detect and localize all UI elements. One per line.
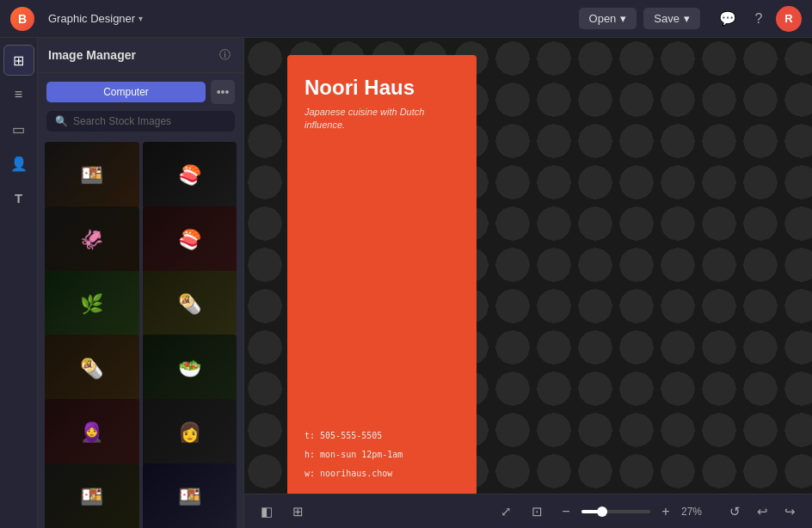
zoom-controls: − + 27% — [556, 501, 709, 522]
zoom-out-button[interactable]: − — [556, 501, 576, 522]
fit-view-button[interactable]: ⤢ — [494, 500, 518, 524]
save-button[interactable]: Save ▾ — [643, 8, 700, 29]
tab-computer[interactable]: Computer — [46, 82, 206, 102]
zoom-in-button[interactable]: + — [655, 501, 676, 522]
list-item[interactable]: 🍣 — [143, 206, 237, 273]
list-item[interactable]: 🌯 — [143, 271, 237, 338]
redo-button[interactable]: ↪ — [778, 500, 802, 524]
bottom-toolbar: ◧ ⊞ ⤢ ⊡ − + 27% ↺ ↩ ↪ — [244, 494, 812, 528]
list-item[interactable]: 🌿 — [45, 271, 139, 338]
canvas-area: Noori Haus Japanese cuisine with Dutch i… — [244, 38, 812, 528]
panel-tabs: Computer ••• — [38, 73, 243, 111]
list-item[interactable]: 🍱 — [45, 464, 139, 528]
sidebar-item-layout[interactable]: ▭ — [3, 114, 34, 144]
app-logo[interactable]: B — [10, 7, 34, 31]
image-grid: 🍱 🍣 🦑 🍣 🌿 🌯 🌯 🥗 — [38, 138, 243, 528]
reset-button[interactable]: ↺ — [723, 500, 747, 524]
app-title: Graphic Designer — [48, 12, 135, 25]
resize-button[interactable]: ⊡ — [525, 500, 549, 524]
list-item[interactable]: 🌯 — [45, 335, 139, 402]
tab-more-button[interactable]: ••• — [211, 80, 235, 104]
grid-button[interactable]: ⊞ — [286, 500, 310, 524]
list-item[interactable]: 🍣 — [143, 142, 237, 209]
undo-button[interactable]: ↩ — [750, 500, 774, 524]
sidebar-item-people[interactable]: 👤 — [3, 148, 34, 179]
search-icon: 🔍 — [55, 115, 68, 127]
sidebar-item-text[interactable]: T — [3, 182, 34, 213]
zoom-value: 27% — [681, 506, 709, 518]
save-chevron: ▾ — [684, 12, 690, 25]
list-item[interactable]: 🦑 — [45, 206, 139, 273]
search-bar: 🔍 — [46, 111, 235, 132]
app-title-chevron: ▾ — [138, 14, 143, 23]
open-chevron: ▾ — [620, 12, 626, 25]
layers-button[interactable]: ◧ — [255, 500, 279, 524]
open-button[interactable]: Open ▾ — [579, 8, 637, 29]
sidebar-item-adjustments[interactable]: ≡ — [3, 79, 34, 110]
header-icons: 💬 ? R — [714, 5, 802, 33]
app-header: B Graphic Designer ▾ Open ▾ Save ▾ 💬 ? R — [0, 0, 812, 38]
panel-header: Image Manager ⓘ — [38, 38, 243, 73]
list-item[interactable]: 🥗 — [143, 335, 237, 402]
card-contact-web: w: noorihaus.chow — [304, 466, 459, 482]
card-subtitle: Japanese cuisine with Dutch influence. — [304, 106, 459, 132]
card-contact-phone: t: 505-555-5505 — [304, 428, 459, 444]
canvas-background[interactable]: Noori Haus Japanese cuisine with Dutch i… — [244, 38, 812, 494]
card-title: Noori Haus — [304, 76, 459, 101]
main-area: ⊞ ≡ ▭ 👤 T Image Manager ⓘ Computer ••• 🔍… — [0, 38, 812, 528]
design-card[interactable]: Noori Haus Japanese cuisine with Dutch i… — [287, 55, 477, 494]
list-item[interactable]: 🍱 — [45, 142, 139, 209]
list-item[interactable]: 🍱 — [143, 464, 237, 528]
zoom-slider[interactable] — [581, 510, 650, 513]
panel-title: Image Manager — [48, 48, 209, 62]
avatar-button[interactable]: R — [776, 6, 802, 32]
sidebar-item-image-manager[interactable]: ⊞ — [3, 45, 34, 76]
search-input[interactable] — [73, 115, 226, 127]
panel-info-button[interactable]: ⓘ — [216, 46, 233, 64]
list-item[interactable]: 🧕 — [45, 399, 139, 466]
icon-bar: ⊞ ≡ ▭ 👤 T — [0, 38, 38, 528]
list-item[interactable]: 👩 — [143, 399, 237, 466]
image-manager-panel: Image Manager ⓘ Computer ••• 🔍 🍱 🍣 🦑 🍣 — [38, 38, 244, 528]
app-title-dropdown[interactable]: Graphic Designer ▾ — [41, 9, 150, 28]
undo-redo-controls: ↺ ↩ ↪ — [723, 500, 802, 524]
card-footer: t: 505-555-5505 h: mon-sun 12pm-1am w: n… — [304, 428, 459, 482]
chat-icon-button[interactable]: 💬 — [714, 5, 741, 33]
card-contact-hours: h: mon-sun 12pm-1am — [304, 447, 459, 463]
help-icon-button[interactable]: ? — [745, 5, 772, 33]
